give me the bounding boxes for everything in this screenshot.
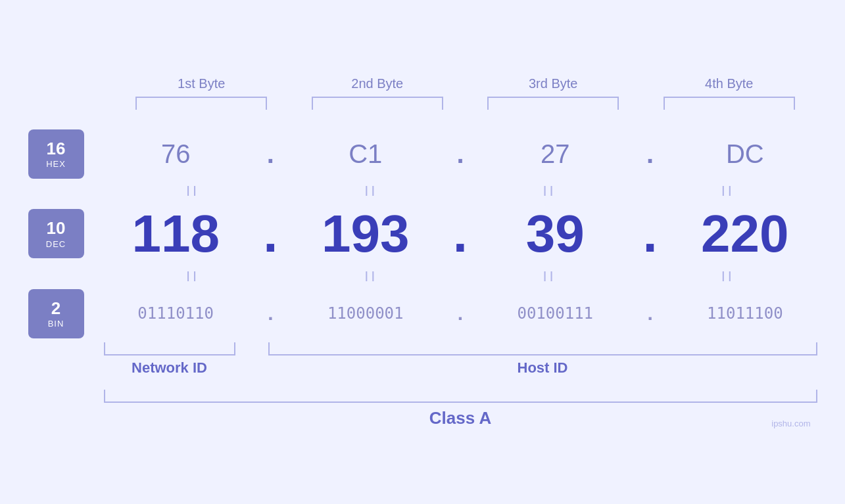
bin-values: 01110110 . 11000001 . 00100111 . 1101110… bbox=[104, 302, 817, 325]
watermark: ipshu.com bbox=[771, 419, 810, 428]
dec-base-label: DEC bbox=[46, 239, 66, 249]
bottom-brackets-area bbox=[104, 342, 817, 355]
dec-byte-3: 39 bbox=[489, 204, 621, 264]
bin-byte-3: 00100111 bbox=[489, 304, 621, 323]
hex-row: 16 HEX 76 . C1 . 27 . DC bbox=[28, 129, 817, 179]
eq-1-2: II bbox=[305, 183, 437, 200]
hex-dot-1: . bbox=[260, 139, 280, 169]
eq-1-3: II bbox=[484, 183, 616, 200]
eq-2-2: II bbox=[305, 268, 437, 285]
dec-dot-1: . bbox=[260, 204, 280, 264]
hex-byte-2: C1 bbox=[300, 139, 431, 169]
top-brackets bbox=[114, 97, 817, 110]
class-label: Class A bbox=[104, 408, 817, 428]
bracket-top-1 bbox=[135, 97, 267, 110]
hex-badge: 16 HEX bbox=[28, 129, 84, 179]
hex-dot-2: . bbox=[450, 139, 470, 169]
bracket-top-4 bbox=[664, 97, 795, 110]
eq-2-1: II bbox=[127, 268, 258, 285]
bin-dot-2: . bbox=[450, 302, 470, 325]
dec-base-number: 10 bbox=[47, 218, 66, 239]
dec-badge: 10 DEC bbox=[28, 209, 84, 258]
eq-2-4: II bbox=[662, 268, 794, 285]
host-id-label: Host ID bbox=[268, 359, 817, 377]
bin-row: 2 BIN 01110110 . 11000001 . 00100111 . 1… bbox=[28, 289, 817, 338]
dec-byte-2: 193 bbox=[300, 204, 431, 264]
bin-dot-3: . bbox=[640, 302, 660, 325]
dec-byte-1: 118 bbox=[110, 204, 241, 264]
id-labels-row: Network ID Host ID bbox=[104, 359, 817, 377]
network-id-label: Network ID bbox=[104, 359, 235, 377]
equals-row-2: II II II II bbox=[104, 264, 817, 289]
bin-dot-1: . bbox=[260, 302, 280, 325]
bracket-top-3 bbox=[487, 97, 619, 110]
byte-headers-row: 1st Byte 2nd Byte 3rd Byte 4th Byte bbox=[114, 76, 817, 91]
eq-1-1: II bbox=[127, 183, 258, 200]
dec-byte-4: 220 bbox=[679, 204, 811, 264]
hex-values: 76 . C1 . 27 . DC bbox=[104, 139, 817, 169]
bin-byte-1: 01110110 bbox=[110, 304, 241, 323]
eq-1-4: II bbox=[662, 183, 794, 200]
bin-base-label: BIN bbox=[48, 319, 64, 329]
bin-badge: 2 BIN bbox=[28, 289, 84, 338]
byte-header-4: 4th Byte bbox=[664, 76, 795, 91]
class-bracket-area: Class A bbox=[104, 390, 817, 428]
hex-byte-1: 76 bbox=[110, 139, 241, 169]
byte-header-1: 1st Byte bbox=[135, 76, 267, 91]
byte-header-2: 2nd Byte bbox=[312, 76, 443, 91]
dec-row: 10 DEC 118 . 193 . 39 . 220 bbox=[28, 204, 817, 264]
hex-base-number: 16 bbox=[47, 139, 66, 159]
dec-dot-2: . bbox=[450, 204, 470, 264]
bin-base-number: 2 bbox=[51, 298, 60, 319]
network-id-bracket bbox=[104, 342, 235, 355]
hex-byte-3: 27 bbox=[489, 139, 621, 169]
hex-byte-4: DC bbox=[679, 139, 811, 169]
equals-row-1: II II II II bbox=[104, 179, 817, 204]
bracket-top-2 bbox=[312, 97, 443, 110]
bin-byte-4: 11011100 bbox=[679, 304, 811, 323]
hex-dot-3: . bbox=[640, 139, 660, 169]
dec-dot-3: . bbox=[640, 204, 660, 264]
host-id-bracket bbox=[268, 342, 817, 355]
hex-base-label: HEX bbox=[46, 159, 66, 169]
bin-byte-2: 11000001 bbox=[300, 304, 431, 323]
class-bracket bbox=[104, 390, 817, 403]
dec-values: 118 . 193 . 39 . 220 bbox=[104, 204, 817, 264]
byte-header-3: 3rd Byte bbox=[487, 76, 619, 91]
eq-2-3: II bbox=[484, 268, 616, 285]
